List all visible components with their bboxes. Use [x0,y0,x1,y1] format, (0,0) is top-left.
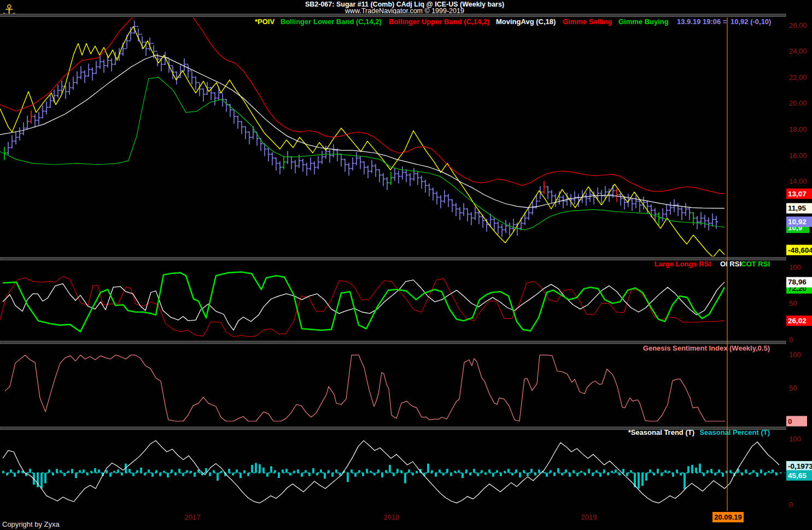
seasonal-percent-bar [79,470,81,473]
seasonal-percent-bar [710,469,712,473]
legend-bollinger-lower[interactable]: Bollinger Lower Band (C,14,2) [281,18,382,26]
legend-bollinger-upper[interactable]: Bollinger Upper Band (C,14,2) [389,18,489,26]
legend-seasonal-percent[interactable]: Seasonal Percent (T) [699,428,770,436]
seasonal-percent-bar [373,473,376,475]
legend-oi-rsi[interactable]: OI RSI [720,260,741,268]
seasonal-percent-bar [209,473,211,476]
seasonal-percent-bar [749,473,751,475]
legend-timestamp-value: 10,92 (-0,10) [731,18,771,26]
seasonal-axis-label: 0 [789,500,793,509]
legend-gimme-buying[interactable]: Gimme Buying [618,18,669,26]
price-axis-label: 24,00 [789,47,807,55]
seasonal-percent-bar [301,473,303,476]
legend-poiv[interactable]: *POIV [255,18,274,26]
legend-cot-rsi[interactable]: COT RSI [741,260,770,268]
seasonal-percent-bar [259,464,261,473]
seasonal-percent-bar [274,470,276,473]
seasonal-percent-bar [680,473,682,475]
sentiment-axis-label: 100 [789,351,801,359]
seasonal-percent-bar [703,473,705,476]
price-badge-value: 10,92 [788,218,807,226]
seasonal-percent-bar [278,473,280,478]
seasonal-percent-bar [699,464,701,473]
seasonal-percent-bar [657,469,659,473]
seasonal-percent-bar [492,473,494,476]
sentiment-badge-value: 0 [788,417,792,426]
seasonal-percent-bar [289,473,291,475]
seasonal-percent-bar [519,473,521,477]
seasonal-percent-bar [592,473,594,476]
price-axis-label: 18,00 [789,125,807,133]
seasonal-percent-bar [714,473,716,475]
price-axis-label: 16,00 [789,152,807,160]
seasonal-percent-bar [270,466,272,473]
legend-seasonal-trend[interactable]: *Seasonal Trend (T) [628,428,694,436]
seasonal-percent-bar [44,473,46,483]
year-label: 2019 [581,513,597,521]
seasonal-percent-bar [576,473,579,476]
seasonal-percent-bar [450,473,452,476]
seasonal-percent-bar [584,473,586,475]
seasonal-percent-bar [458,470,460,473]
seasonal-percent-bar [416,471,418,473]
seasonal-percent-bar [362,473,364,476]
seasonal-percent-bar [626,473,628,476]
legend-gimme-selling[interactable]: Gimme Selling [563,18,612,26]
rsi-axis-label: 0 [789,336,793,344]
seasonal-percent-bar [622,469,624,473]
seasonal-percent-bar [324,473,326,479]
seasonal-percent-bar [6,473,8,475]
seasonal-percent-bar [484,473,487,475]
seasonal-axis-label: 100 [789,435,801,443]
legend-sentiment-index[interactable]: Genesis Sentiment Index (Weekly,0.5) [643,344,770,352]
seasonal-percent-bar [190,471,192,473]
seasonal-percent-bar [603,469,605,473]
seasonal-percent-bar [469,473,471,475]
seasonal-percent-bar [331,473,334,476]
chart-canvas[interactable]: ⚓ SB2-067: Sugar #11 (Comb) CAdj Liq @ I… [0,0,812,530]
seasonal-percent-bar [98,469,100,473]
seasonal-percent-bar [768,471,770,473]
cursor-date-label: 20.09.19 [714,513,742,521]
seasonal-percent-bar [71,469,73,473]
legend-moving-avg[interactable]: MovingAvg (C,18) [496,18,556,26]
seasonal-percent-bar [40,473,43,488]
seasonal-percent-bar [262,468,265,473]
seasonal-percent-bar [148,469,150,473]
legend-large-longs-rsi[interactable]: Large Longs RSI [655,260,711,268]
seasonal-percent-bar [106,470,108,473]
seasonal-percent-bar [534,473,536,475]
seasonal-percent-bar [220,471,223,473]
seasonal-percent-bar [52,473,54,475]
seasonal-percent-bar [14,473,16,476]
seasonal-percent-bar [312,468,314,473]
seasonal-percent-bar [473,469,475,473]
seasonal-percent-bar [136,470,138,473]
seasonal-percent-bar [431,470,433,473]
seasonal-percent-bar [167,473,169,477]
price-axis-label: 14,00 [789,177,807,185]
seasonal-percent-bar [599,473,601,476]
seasonal-percent-bar [553,473,556,476]
price-panel-legend: *POIV Bollinger Lower Band (C,14,2) Boll… [255,18,771,26]
seasonal-percent-bar [117,469,119,473]
seasonal-percent-bar [56,469,58,473]
seasonal-percent-bar [29,469,31,473]
seasonal-percent-bar [21,471,24,473]
price-badge-value: 11,95 [788,204,807,212]
seasonal-percent-bar [607,473,609,475]
panel-splitter-3[interactable] [0,341,786,344]
seasonal-percent-bar [691,465,693,473]
seasonal-percent-bar [465,469,468,473]
seasonal-percent-bar [630,470,632,473]
seasonal-percent-bar [664,470,667,473]
rsi-badge-value: 26,02 [788,317,807,325]
legend-timestamp-left: 13.9.19 19:06 = [677,18,727,26]
seasonal-percent-bar [63,473,66,476]
sentiment-axis-label: 50 [789,384,797,392]
seasonal-percent-bar [247,473,249,476]
seasonal-percent-bar [109,473,112,476]
seasonal-percent-bar [132,473,135,476]
seasonal-percent-bar [462,473,464,478]
panel-splitter-1[interactable] [0,14,786,17]
